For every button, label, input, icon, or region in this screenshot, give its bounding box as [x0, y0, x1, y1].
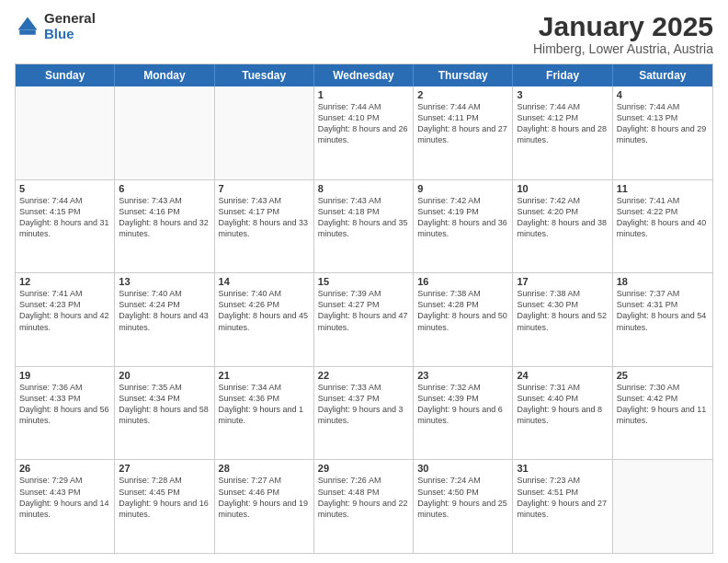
- calendar-cell: 6Sunrise: 7:43 AM Sunset: 4:16 PM Daylig…: [115, 180, 214, 273]
- day-number: 26: [19, 463, 110, 474]
- calendar-cell: 30Sunrise: 7:24 AM Sunset: 4:50 PM Dayli…: [414, 460, 513, 553]
- calendar-cell: 4Sunrise: 7:44 AM Sunset: 4:13 PM Daylig…: [613, 86, 712, 179]
- page: General Blue January 2025 Himberg, Lower…: [0, 0, 728, 563]
- day-number: 10: [517, 183, 608, 194]
- logo-general-text: General: [44, 11, 96, 27]
- svg-marker-1: [18, 17, 38, 29]
- day-number: 27: [119, 463, 210, 474]
- calendar-cell: 7Sunrise: 7:43 AM Sunset: 4:17 PM Daylig…: [215, 180, 314, 273]
- calendar-cell: 19Sunrise: 7:36 AM Sunset: 4:33 PM Dayli…: [16, 367, 115, 460]
- cell-info: Sunrise: 7:31 AM Sunset: 4:40 PM Dayligh…: [517, 382, 608, 427]
- calendar-body: 1Sunrise: 7:44 AM Sunset: 4:10 PM Daylig…: [16, 86, 712, 553]
- day-number: 30: [417, 463, 508, 474]
- calendar-cell: 29Sunrise: 7:26 AM Sunset: 4:48 PM Dayli…: [314, 460, 414, 553]
- calendar: Sunday Monday Tuesday Wednesday Thursday…: [15, 63, 713, 554]
- header-sunday: Sunday: [16, 64, 115, 86]
- logo-icon: [15, 14, 40, 40]
- day-number: 15: [318, 276, 409, 287]
- header-monday: Monday: [115, 64, 214, 86]
- day-number: 9: [417, 183, 508, 194]
- cell-info: Sunrise: 7:27 AM Sunset: 4:46 PM Dayligh…: [219, 475, 310, 520]
- calendar-row-5: 26Sunrise: 7:29 AM Sunset: 4:43 PM Dayli…: [16, 459, 712, 553]
- calendar-cell: [115, 86, 214, 179]
- day-number: 1: [318, 89, 409, 100]
- calendar-cell: [215, 86, 314, 179]
- day-number: 31: [517, 463, 608, 474]
- cell-info: Sunrise: 7:40 AM Sunset: 4:24 PM Dayligh…: [119, 288, 210, 333]
- calendar-cell: 16Sunrise: 7:38 AM Sunset: 4:28 PM Dayli…: [414, 273, 513, 366]
- calendar-cell: 11Sunrise: 7:41 AM Sunset: 4:22 PM Dayli…: [613, 180, 712, 273]
- logo-text: General Blue: [44, 11, 96, 41]
- cell-info: Sunrise: 7:43 AM Sunset: 4:16 PM Dayligh…: [119, 195, 210, 240]
- header: General Blue January 2025 Himberg, Lower…: [15, 11, 713, 56]
- day-number: 12: [19, 276, 110, 287]
- calendar-cell: 20Sunrise: 7:35 AM Sunset: 4:34 PM Dayli…: [115, 367, 214, 460]
- calendar-cell: 22Sunrise: 7:33 AM Sunset: 4:37 PM Dayli…: [314, 367, 414, 460]
- day-number: 16: [417, 276, 508, 287]
- calendar-cell: [613, 460, 712, 553]
- cell-info: Sunrise: 7:39 AM Sunset: 4:27 PM Dayligh…: [318, 288, 409, 333]
- day-number: 29: [318, 463, 409, 474]
- day-number: 17: [517, 276, 608, 287]
- calendar-cell: 1Sunrise: 7:44 AM Sunset: 4:10 PM Daylig…: [314, 86, 414, 179]
- day-number: 18: [617, 276, 709, 287]
- calendar-header: Sunday Monday Tuesday Wednesday Thursday…: [16, 64, 712, 86]
- day-number: 2: [417, 89, 508, 100]
- calendar-cell: 18Sunrise: 7:37 AM Sunset: 4:31 PM Dayli…: [613, 273, 712, 366]
- header-wednesday: Wednesday: [314, 64, 414, 86]
- calendar-row-4: 19Sunrise: 7:36 AM Sunset: 4:33 PM Dayli…: [16, 366, 712, 460]
- cell-info: Sunrise: 7:44 AM Sunset: 4:15 PM Dayligh…: [19, 195, 110, 240]
- cell-info: Sunrise: 7:40 AM Sunset: 4:26 PM Dayligh…: [219, 288, 310, 333]
- calendar-cell: 23Sunrise: 7:32 AM Sunset: 4:39 PM Dayli…: [414, 367, 513, 460]
- calendar-row-3: 12Sunrise: 7:41 AM Sunset: 4:23 PM Dayli…: [16, 272, 712, 366]
- cell-info: Sunrise: 7:24 AM Sunset: 4:50 PM Dayligh…: [417, 475, 508, 520]
- day-number: 8: [318, 183, 409, 194]
- cell-info: Sunrise: 7:44 AM Sunset: 4:10 PM Dayligh…: [318, 101, 409, 146]
- cell-info: Sunrise: 7:35 AM Sunset: 4:34 PM Dayligh…: [119, 382, 210, 427]
- calendar-cell: 14Sunrise: 7:40 AM Sunset: 4:26 PM Dayli…: [215, 273, 314, 366]
- header-tuesday: Tuesday: [215, 64, 314, 86]
- day-number: 22: [318, 370, 409, 381]
- svg-rect-2: [19, 29, 36, 34]
- cell-info: Sunrise: 7:42 AM Sunset: 4:20 PM Dayligh…: [517, 195, 608, 240]
- calendar-cell: 31Sunrise: 7:23 AM Sunset: 4:51 PM Dayli…: [513, 460, 612, 553]
- calendar-cell: 8Sunrise: 7:43 AM Sunset: 4:18 PM Daylig…: [314, 180, 414, 273]
- cell-info: Sunrise: 7:29 AM Sunset: 4:43 PM Dayligh…: [19, 475, 110, 520]
- month-title: January 2025: [533, 11, 713, 41]
- cell-info: Sunrise: 7:23 AM Sunset: 4:51 PM Dayligh…: [517, 475, 608, 520]
- day-number: 20: [119, 370, 210, 381]
- day-number: 6: [119, 183, 210, 194]
- calendar-cell: 26Sunrise: 7:29 AM Sunset: 4:43 PM Dayli…: [16, 460, 115, 553]
- day-number: 13: [119, 276, 210, 287]
- location-subtitle: Himberg, Lower Austria, Austria: [533, 41, 713, 56]
- day-number: 23: [417, 370, 508, 381]
- cell-info: Sunrise: 7:38 AM Sunset: 4:30 PM Dayligh…: [517, 288, 608, 333]
- calendar-cell: 15Sunrise: 7:39 AM Sunset: 4:27 PM Dayli…: [314, 273, 414, 366]
- cell-info: Sunrise: 7:41 AM Sunset: 4:22 PM Dayligh…: [617, 195, 709, 240]
- cell-info: Sunrise: 7:42 AM Sunset: 4:19 PM Dayligh…: [417, 195, 508, 240]
- calendar-cell: 9Sunrise: 7:42 AM Sunset: 4:19 PM Daylig…: [414, 180, 513, 273]
- cell-info: Sunrise: 7:44 AM Sunset: 4:13 PM Dayligh…: [617, 101, 709, 146]
- calendar-cell: 24Sunrise: 7:31 AM Sunset: 4:40 PM Dayli…: [513, 367, 612, 460]
- calendar-cell: 10Sunrise: 7:42 AM Sunset: 4:20 PM Dayli…: [513, 180, 612, 273]
- cell-info: Sunrise: 7:33 AM Sunset: 4:37 PM Dayligh…: [318, 382, 409, 427]
- logo-blue-text: Blue: [44, 27, 96, 42]
- cell-info: Sunrise: 7:44 AM Sunset: 4:12 PM Dayligh…: [517, 101, 608, 146]
- calendar-cell: 27Sunrise: 7:28 AM Sunset: 4:45 PM Dayli…: [115, 460, 214, 553]
- day-number: 7: [219, 183, 310, 194]
- day-number: 11: [617, 183, 709, 194]
- cell-info: Sunrise: 7:41 AM Sunset: 4:23 PM Dayligh…: [19, 288, 110, 333]
- day-number: 14: [219, 276, 310, 287]
- calendar-cell: 21Sunrise: 7:34 AM Sunset: 4:36 PM Dayli…: [215, 367, 314, 460]
- day-number: 24: [517, 370, 608, 381]
- calendar-cell: 17Sunrise: 7:38 AM Sunset: 4:30 PM Dayli…: [513, 273, 612, 366]
- cell-info: Sunrise: 7:38 AM Sunset: 4:28 PM Dayligh…: [417, 288, 508, 333]
- cell-info: Sunrise: 7:34 AM Sunset: 4:36 PM Dayligh…: [219, 382, 310, 427]
- calendar-row-2: 5Sunrise: 7:44 AM Sunset: 4:15 PM Daylig…: [16, 179, 712, 273]
- cell-info: Sunrise: 7:37 AM Sunset: 4:31 PM Dayligh…: [617, 288, 709, 333]
- day-number: 4: [617, 89, 709, 100]
- calendar-cell: 28Sunrise: 7:27 AM Sunset: 4:46 PM Dayli…: [215, 460, 314, 553]
- day-number: 28: [219, 463, 310, 474]
- logo: General Blue: [15, 11, 96, 41]
- calendar-row-1: 1Sunrise: 7:44 AM Sunset: 4:10 PM Daylig…: [16, 86, 712, 179]
